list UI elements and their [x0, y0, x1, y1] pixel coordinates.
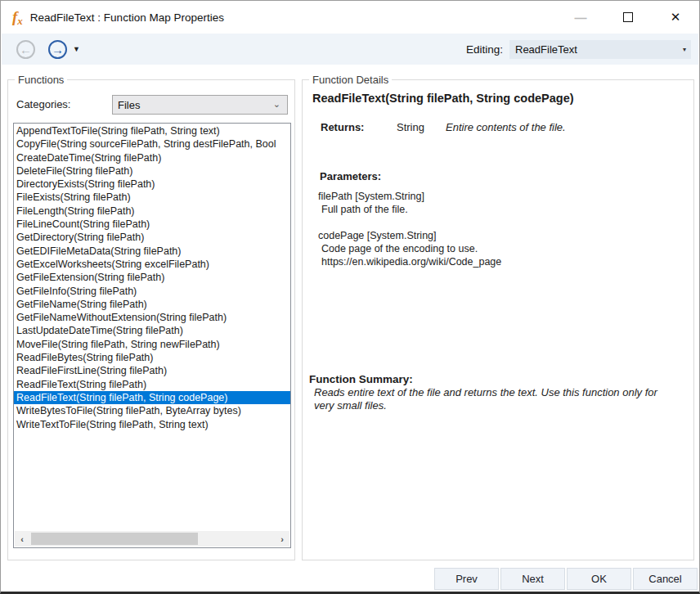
list-item[interactable]: DeleteFile(String filePath) [14, 164, 290, 178]
scrollbar-track[interactable] [29, 531, 275, 547]
returns-type: String [397, 121, 446, 133]
list-item[interactable]: ReadFileFirstLine(String filePath) [14, 364, 290, 377]
functions-panel: Functions Categories: Files ⌄ AppendText… [7, 79, 295, 560]
chevron-down-icon: ▾ [683, 46, 686, 53]
editing-label: Editing: [466, 43, 503, 56]
parameter-name: codePage [System.String] [318, 229, 501, 242]
categories-value: Files [118, 99, 140, 111]
function-signature: ReadFileText(String filePath, String cod… [312, 92, 574, 105]
window-controls: — ✕ [557, 1, 699, 34]
list-item[interactable]: FileLineCount(String filePath) [14, 218, 290, 231]
back-button[interactable]: ← [16, 40, 35, 59]
forward-button[interactable]: → [48, 40, 67, 59]
list-item[interactable]: GetFileInfo(String filePath) [14, 285, 290, 298]
back-arrow-icon: ← [20, 43, 32, 56]
list-item[interactable]: GetExcelWorksheets(String excelFilePath) [14, 258, 290, 271]
parameter-link: https://en.wikipedia.org/wiki/Code_page [318, 255, 501, 268]
parameter-description: Code page of the encoding to use. [318, 242, 501, 255]
returns-description: Entire contents of the file. [446, 121, 566, 133]
returns-row: Returns: String Entire contents of the f… [321, 121, 566, 133]
prev-button[interactable]: Prev [434, 568, 499, 590]
list-item[interactable]: FileExists(String filePath) [14, 191, 290, 204]
list-item[interactable]: MoveFile(String filePath, String newFile… [14, 338, 290, 351]
parameters-label: Parameters: [320, 170, 381, 182]
list-item[interactable]: LastUpdateDateTime(String filePath) [14, 324, 290, 337]
forward-arrow-icon: → [52, 43, 64, 56]
scroll-left-arrow-icon[interactable]: ‹ [15, 534, 29, 544]
parameter-name: filePath [System.String] [318, 190, 424, 203]
function-listbox: AppendTextToFile(String filePath, String… [13, 123, 291, 548]
function-summary-label: Function Summary: [309, 373, 413, 385]
title-bar: fx ReadFileText : Function Map Propertie… [1, 1, 699, 34]
close-button[interactable]: ✕ [652, 1, 699, 34]
window-title: ReadFileText : Function Map Properties [30, 11, 224, 24]
list-item[interactable]: FileLength(String filePath) [14, 205, 290, 218]
forward-dropdown-caret-icon[interactable]: ▼ [73, 45, 80, 53]
list-item[interactable]: CreateDateTime(String filePath) [14, 151, 290, 164]
returns-label: Returns: [321, 121, 397, 133]
toolbar: ← → ▼ Editing: ReadFileText ▾ [2, 34, 698, 65]
parameter-filepath: filePath [System.String] Full path of th… [318, 190, 424, 216]
list-item[interactable]: ReadFileBytes(String filePath) [14, 351, 290, 364]
list-item[interactable]: WriteBytesToFile(String filePath, ByteAr… [14, 404, 290, 417]
categories-row: Categories: Files ⌄ [16, 98, 288, 110]
maximize-button[interactable] [604, 1, 652, 34]
editing-function-value: ReadFileText [515, 43, 577, 56]
maximize-icon [623, 12, 633, 22]
list-item[interactable]: CopyFile(String sourceFilePath, String d… [14, 137, 290, 151]
footer-button-row: PrevNextOKCancel [434, 568, 698, 590]
list-item[interactable]: DirectoryExists(String filePath) [14, 178, 290, 191]
horizontal-scrollbar[interactable]: ‹ › [15, 531, 289, 547]
list-item[interactable]: GetFileName(String filePath) [14, 298, 290, 311]
function-map-properties-dialog: fx ReadFileText : Function Map Propertie… [0, 0, 700, 594]
chevron-down-icon: ⌄ [273, 99, 280, 110]
cancel-button[interactable]: Cancel [633, 568, 698, 590]
list-item[interactable]: GetEDIFileMetaData(String filePath) [14, 245, 290, 258]
next-button[interactable]: Next [500, 568, 565, 590]
list-item[interactable]: GetFileExtension(String filePath) [14, 271, 290, 284]
list-item[interactable]: AppendTextToFile(String filePath, String… [14, 124, 290, 137]
parameter-description: Full path of the file. [318, 203, 424, 216]
list-item[interactable]: GetFileNameWithoutExtension(String fileP… [14, 311, 290, 324]
list-item[interactable]: WriteTextToFile(String filePath, String … [14, 418, 290, 431]
function-details-panel: Function Details ReadFileText(String fil… [302, 79, 694, 560]
functions-panel-title: Functions [15, 74, 67, 86]
function-list: AppendTextToFile(String filePath, String… [14, 124, 290, 531]
categories-label: Categories: [16, 98, 70, 110]
details-panel-title: Function Details [309, 74, 392, 86]
categories-dropdown[interactable]: Files ⌄ [112, 95, 288, 115]
list-item[interactable]: ReadFileText(String filePath) [14, 378, 290, 391]
list-item[interactable]: GetDirectory(String filePath) [14, 231, 290, 244]
editing-function-dropdown[interactable]: ReadFileText ▾ [509, 40, 691, 59]
function-summary-text: Reads entire text of the file and return… [314, 386, 669, 412]
fx-app-icon: fx [12, 9, 23, 26]
ok-button[interactable]: OK [567, 568, 631, 590]
parameter-codepage: codePage [System.String] Code page of th… [318, 229, 501, 268]
list-item[interactable]: ReadFileText(String filePath, String cod… [14, 391, 290, 404]
minimize-button[interactable]: — [557, 1, 604, 34]
scroll-right-arrow-icon[interactable]: › [275, 534, 289, 544]
scrollbar-thumb[interactable] [31, 533, 198, 545]
